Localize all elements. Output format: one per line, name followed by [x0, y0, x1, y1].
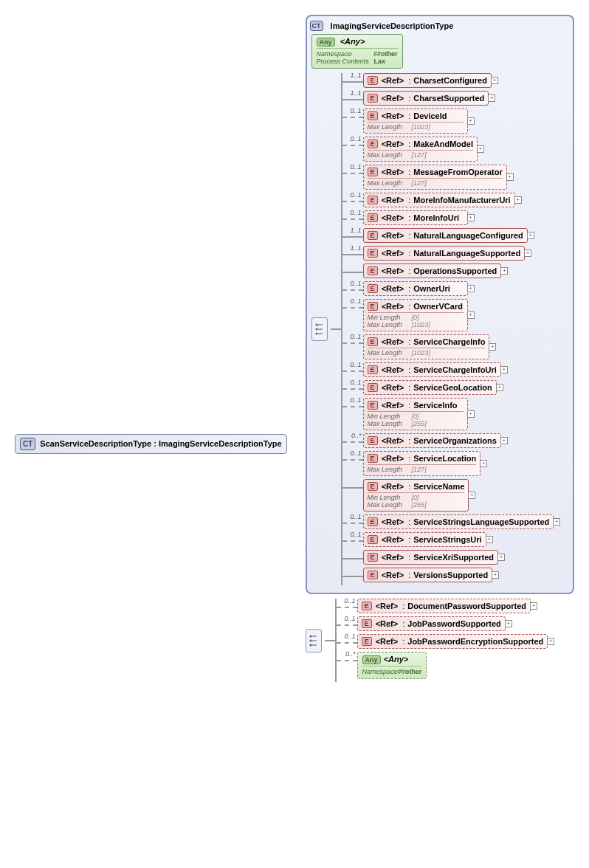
- element-ref-servicexrisupported[interactable]: E<Ref>:ServiceXriSupported+: [363, 550, 498, 565]
- element-badge-icon: E: [368, 266, 378, 275]
- ref-label: <Ref>: [382, 482, 404, 491]
- element-ref-deviceid[interactable]: E<Ref>:DeviceIdMax Length[1023]+: [363, 108, 468, 134]
- element-badge-icon: E: [368, 553, 378, 562]
- element-badge-icon: E: [368, 231, 378, 240]
- expand-icon[interactable]: +: [467, 410, 475, 418]
- facet-value: [0]: [412, 494, 419, 501]
- expand-icon[interactable]: +: [514, 196, 522, 204]
- element-ref-moreinfouri[interactable]: E<Ref>:MoreInfoUri+: [363, 210, 468, 225]
- element-ref-charsetsupported[interactable]: E<Ref>:CharsetSupported+: [363, 91, 489, 106]
- expand-icon[interactable]: +: [547, 638, 554, 645]
- expand-icon[interactable]: +: [477, 145, 484, 153]
- facet-value: [1023]: [412, 321, 430, 328]
- ref-label: <Ref>: [382, 337, 404, 346]
- occurrence-label: 0..1: [351, 531, 362, 538]
- ref-label: <Ref>: [382, 76, 404, 85]
- element-ref-jobpasswordsupported[interactable]: E<Ref>:JobPasswordSupported+: [357, 616, 506, 631]
- sequence-icon[interactable]: [306, 629, 322, 652]
- element-ref-servicegeolocation[interactable]: E<Ref>:ServiceGeoLocation+: [363, 380, 497, 395]
- element-ref-documentpasswordsupported[interactable]: E<Ref>:DocumentPasswordSupported+: [357, 599, 531, 613]
- facet-value: [0]: [412, 413, 419, 420]
- ref-label: <Ref>: [382, 535, 404, 544]
- element-name: MessageFromOperator: [413, 168, 502, 176]
- element-ref-naturallanguagesupported[interactable]: E<Ref>:NaturalLanguageSupported+: [363, 246, 526, 261]
- facet-value: [0]: [412, 314, 419, 321]
- element-badge-icon: E: [368, 401, 378, 410]
- element-name: NaturalLanguageSupported: [413, 249, 520, 258]
- expand-icon[interactable]: +: [468, 492, 475, 499]
- facet-value: [127]: [412, 466, 427, 473]
- any-attribute-box[interactable]: Any <Any> Namespace ##other Process Cont…: [311, 34, 403, 69]
- element-ref-servicestringsuri[interactable]: E<Ref>:ServiceStringsUri+: [363, 532, 486, 547]
- element-ref-messagefromoperator[interactable]: E<Ref>:MessageFromOperatorMax Length[127…: [363, 165, 507, 190]
- element-name: JobPasswordSupported: [407, 619, 501, 628]
- expand-icon[interactable]: +: [497, 554, 505, 561]
- svg-point-0: [315, 324, 317, 326]
- element-name: JobPasswordEncryptionSupported: [407, 637, 543, 646]
- extension-sequence: 0..1E<Ref>:DocumentPasswordSupported+0..…: [306, 599, 574, 682]
- svg-point-7: [309, 639, 311, 641]
- occurrence-label: 0..*: [351, 432, 362, 439]
- element-ref-servicechargeinfouri[interactable]: E<Ref>:ServiceChargeInfoUri+: [363, 362, 501, 377]
- expand-icon[interactable]: +: [492, 571, 499, 579]
- expand-icon[interactable]: +: [496, 384, 503, 391]
- expand-icon[interactable]: +: [467, 214, 475, 221]
- expand-icon[interactable]: +: [489, 343, 496, 351]
- expand-icon[interactable]: +: [491, 77, 498, 84]
- ref-label: <Ref>: [382, 401, 404, 410]
- element-name: ServiceXriSupported: [413, 553, 494, 562]
- expand-icon[interactable]: +: [500, 366, 508, 373]
- base-type-title: ImagingServiceDescriptionType: [331, 21, 454, 30]
- facet-value: [1023]: [412, 349, 430, 356]
- element-ref-servicestringslanguagesupported[interactable]: E<Ref>:ServiceStringsLanguageSupported+: [363, 514, 554, 529]
- root-complex-type[interactable]: CT ScanServiceDescriptionType : ImagingS…: [15, 434, 287, 454]
- svg-point-6: [309, 635, 311, 637]
- element-ref-makeandmodel[interactable]: E<Ref>:MakeAndModelMax Length[127]+: [363, 137, 478, 162]
- element-ref-jobpasswordencryptionsupported[interactable]: E<Ref>:JobPasswordEncryptionSupported+: [357, 634, 548, 649]
- expand-icon[interactable]: +: [553, 518, 560, 526]
- expand-icon[interactable]: +: [500, 267, 508, 275]
- expand-icon[interactable]: +: [488, 94, 495, 102]
- occurrence-label: 0..1: [351, 163, 362, 170]
- expand-icon[interactable]: +: [506, 173, 514, 181]
- expand-icon[interactable]: +: [486, 536, 493, 543]
- expand-icon[interactable]: +: [467, 117, 475, 125]
- sequence-icon[interactable]: [311, 317, 328, 341]
- sequence-children: 1..1E<Ref>:CharsetConfigured+1..1E<Ref>:…: [341, 73, 567, 585]
- element-badge-icon: E: [368, 111, 378, 120]
- element-ref-serviceinfo[interactable]: E<Ref>:ServiceInfoMin Length[0]Max Lengt…: [363, 398, 468, 430]
- element-ref-operationssupported[interactable]: E<Ref>:OperationsSupported+: [363, 264, 502, 278]
- element-ref-moreinfomanufactureruri[interactable]: E<Ref>:MoreInfoManufacturerUri+: [363, 193, 515, 207]
- any-element-box[interactable]: Any<Any>Namespace##other: [357, 652, 427, 679]
- element-badge-icon: E: [368, 337, 378, 346]
- element-ref-servicechargeinfo[interactable]: E<Ref>:ServiceChargeInfoMax Length[1023]…: [363, 334, 490, 359]
- expand-icon[interactable]: +: [467, 311, 475, 319]
- expand-icon[interactable]: +: [500, 437, 508, 444]
- any-namespace-label: Namespace: [317, 50, 373, 58]
- ref-label: <Ref>: [376, 602, 399, 610]
- element-ref-naturallanguageconfigured[interactable]: E<Ref>:NaturalLanguageConfigured+: [363, 228, 528, 243]
- expand-icon[interactable]: +: [524, 249, 531, 257]
- expand-icon[interactable]: +: [480, 460, 487, 467]
- element-ref-ownervcard[interactable]: E<Ref>:OwnerVCardMin Length[0]Max Length…: [363, 299, 468, 331]
- element-ref-serviceorganizations[interactable]: E<Ref>:ServiceOrganizations+: [363, 433, 501, 448]
- expand-icon[interactable]: +: [530, 602, 537, 610]
- occurrence-label: 0..1: [351, 135, 362, 142]
- svg-point-8: [309, 644, 311, 646]
- facet-label: Max Length: [368, 321, 412, 328]
- any-title: <Any>: [384, 655, 409, 664]
- element-ref-servicelocation[interactable]: E<Ref>:ServiceLocationMax Length[127]+: [363, 451, 481, 476]
- expand-icon[interactable]: +: [527, 232, 534, 239]
- expand-icon[interactable]: +: [467, 285, 475, 292]
- element-name: MoreInfoManufacturerUri: [413, 196, 510, 204]
- expand-icon[interactable]: +: [505, 620, 512, 627]
- element-ref-servicename[interactable]: E<Ref>:ServiceNameMin Length[0]Max Lengt…: [363, 479, 469, 512]
- element-ref-owneruri[interactable]: E<Ref>:OwnerUri+: [363, 281, 468, 296]
- element-badge-icon: E: [368, 535, 378, 544]
- ref-label: <Ref>: [382, 140, 404, 148]
- ref-label: <Ref>: [382, 553, 404, 562]
- element-ref-charsetconfigured[interactable]: E<Ref>:CharsetConfigured+: [363, 73, 492, 88]
- element-badge-icon: E: [368, 436, 378, 445]
- element-ref-versionssupported[interactable]: E<Ref>:VersionsSupported+: [363, 568, 493, 582]
- occurrence-label: 0..1: [351, 396, 362, 404]
